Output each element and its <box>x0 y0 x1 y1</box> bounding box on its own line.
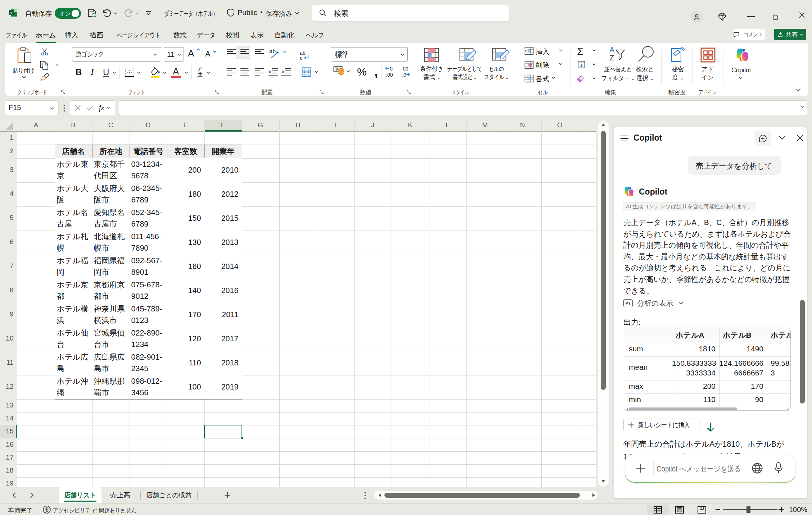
svg-text:c: c <box>300 55 302 61</box>
svg-text:Z: Z <box>609 53 614 62</box>
svg-text:ab: ab <box>269 48 276 54</box>
svg-text:.00: .00 <box>386 72 393 77</box>
svg-text:x: x <box>10 11 13 15</box>
svg-text:.0: .0 <box>402 72 406 77</box>
svg-text:0: 0 <box>390 66 393 72</box>
svg-text:.00: .00 <box>401 66 409 72</box>
